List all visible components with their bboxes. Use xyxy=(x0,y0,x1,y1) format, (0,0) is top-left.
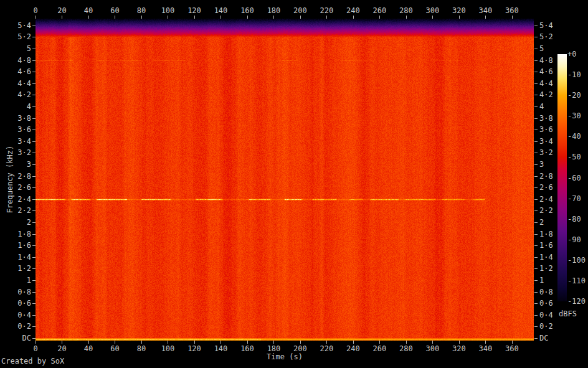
y-tick-label: 0·4 xyxy=(0,311,31,319)
y-tick-label: 4·8 xyxy=(0,56,31,65)
y-tick-mark xyxy=(534,60,538,61)
colorbar-tick-label: +0 xyxy=(567,50,576,59)
x-tick-label: 0 xyxy=(33,6,37,15)
y-tick-label: 3·8 xyxy=(539,114,553,123)
y-tick-label: 2·8 xyxy=(539,172,553,181)
y-tick-label: 2·6 xyxy=(539,183,553,192)
x-tick-label: 280 xyxy=(399,344,413,353)
y-tick-label: 1·4 xyxy=(539,253,553,262)
x-tick-label: 240 xyxy=(346,6,360,15)
colorbar-tick-label: -90 xyxy=(567,235,581,244)
x-tick-label: 280 xyxy=(399,6,413,15)
y-tick-mark xyxy=(534,280,538,281)
x-tick-mark xyxy=(194,341,195,344)
y-tick-label: 0·8 xyxy=(539,288,553,296)
x-tick-label: 120 xyxy=(187,344,201,353)
y-tick-label: 2·8 xyxy=(0,172,31,181)
x-tick-label: 260 xyxy=(373,344,387,353)
y-tick-mark xyxy=(534,257,538,258)
y-tick-label: 3 xyxy=(539,160,544,169)
y-tick-label: 1·6 xyxy=(539,241,553,250)
colorbar-tick-label: -80 xyxy=(567,215,581,224)
colorbar-unit-label: dBFS xyxy=(559,309,577,318)
x-tick-label: 160 xyxy=(240,344,254,353)
y-tick-label: 2 xyxy=(0,218,31,227)
y-tick-label: 3·6 xyxy=(539,125,553,134)
y-tick-label: 2·6 xyxy=(0,183,31,192)
y-tick-mark xyxy=(534,303,538,304)
y-tick-label: 5·4 xyxy=(539,21,553,30)
y-tick-mark xyxy=(534,222,538,223)
y-tick-mark xyxy=(534,187,538,188)
x-tick-mark xyxy=(353,341,354,344)
x-tick-label: 120 xyxy=(187,6,201,15)
y-tick-mark xyxy=(534,141,538,142)
y-tick-label: DC xyxy=(0,334,31,342)
y-tick-label: 0·6 xyxy=(539,299,553,308)
x-tick-label: 220 xyxy=(320,6,334,15)
y-tick-label: 4 xyxy=(539,102,544,111)
x-tick-mark xyxy=(220,341,221,344)
colorbar-tick-label: -40 xyxy=(567,132,581,141)
y-tick-label: 1·2 xyxy=(539,264,553,273)
y-tick-label: 2·4 xyxy=(539,195,553,204)
x-tick-mark xyxy=(247,341,248,344)
colorbar-tick-label: -60 xyxy=(567,174,581,182)
x-tick-mark xyxy=(88,341,89,344)
y-tick-label: 0·2 xyxy=(539,322,553,331)
x-tick-label: 340 xyxy=(479,6,493,15)
y-tick-mark xyxy=(534,164,538,165)
x-tick-mark xyxy=(168,341,168,344)
x-tick-mark xyxy=(62,341,62,344)
x-tick-label: 100 xyxy=(161,344,175,353)
y-tick-mark xyxy=(534,49,538,49)
y-tick-mark xyxy=(534,130,538,130)
colorbar-tick-label: -30 xyxy=(567,111,581,120)
y-tick-label: 1·8 xyxy=(539,230,553,238)
x-tick-label: 200 xyxy=(293,344,307,353)
colorbar-tick-label: -10 xyxy=(567,70,581,79)
y-tick-label: 1·2 xyxy=(0,264,31,273)
colorbar-tick-label: -70 xyxy=(567,194,581,203)
y-tick-label: 5 xyxy=(0,44,31,53)
y-tick-label: 4·8 xyxy=(539,56,553,65)
sox-spectrogram-window: Frequency (kHz) 020406080100120140160180… xyxy=(0,0,588,368)
x-tick-label: 300 xyxy=(426,6,440,15)
y-tick-label: 1·4 xyxy=(0,253,31,262)
y-tick-mark xyxy=(534,210,538,211)
y-tick-label: 4·4 xyxy=(0,79,31,88)
x-tick-label: 240 xyxy=(346,344,360,353)
x-tick-label: 140 xyxy=(214,344,228,353)
y-tick-mark xyxy=(534,292,538,293)
y-tick-label: 1 xyxy=(0,276,31,285)
y-tick-label: 0·2 xyxy=(0,322,31,331)
y-tick-mark xyxy=(534,106,538,107)
y-tick-mark xyxy=(534,199,538,200)
credit-text: Created by SoX xyxy=(1,357,64,366)
x-tick-label: 40 xyxy=(84,6,93,15)
colorbar-tick-label: -120 xyxy=(567,297,586,306)
y-tick-mark xyxy=(534,153,538,153)
y-tick-label: 3 xyxy=(0,160,31,169)
y-tick-label: 5·2 xyxy=(0,32,31,41)
x-tick-label: 80 xyxy=(137,6,146,15)
x-tick-label: 0 xyxy=(33,344,37,353)
y-tick-mark xyxy=(534,26,538,26)
y-tick-label: 4·6 xyxy=(0,67,31,76)
y-tick-mark xyxy=(534,37,538,37)
y-tick-label: 1·6 xyxy=(0,241,31,250)
colorbar-tick-label: -100 xyxy=(567,256,586,265)
y-tick-label: 3·8 xyxy=(0,114,31,123)
y-tick-label: 1 xyxy=(539,276,544,285)
x-tick-mark xyxy=(485,341,486,344)
y-tick-mark xyxy=(534,245,538,246)
x-tick-label: 340 xyxy=(479,344,493,353)
x-tick-mark xyxy=(273,341,274,344)
y-tick-mark xyxy=(534,338,538,339)
y-tick-label: 3·4 xyxy=(0,137,31,146)
y-tick-mark xyxy=(534,176,538,177)
x-tick-label: 300 xyxy=(426,344,440,353)
y-tick-label: 2·2 xyxy=(0,206,31,215)
colorbar-tick-label: -50 xyxy=(567,153,581,161)
x-tick-label: 180 xyxy=(267,6,281,15)
